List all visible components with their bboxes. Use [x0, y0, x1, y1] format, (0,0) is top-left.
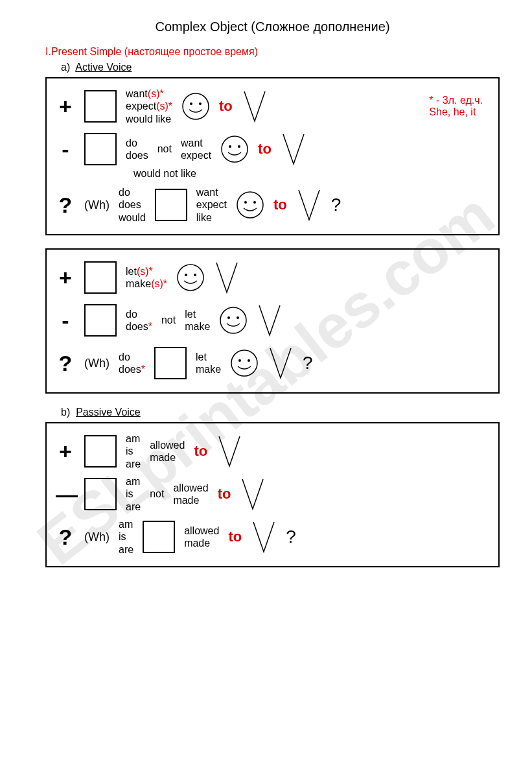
verb-stack: allowed made — [184, 525, 219, 549]
to-label: to — [194, 443, 207, 460]
box1-minus-row: - do does not want expect to — [56, 128, 489, 171]
question-mark: ? — [303, 353, 313, 373]
plus-sign: + — [56, 439, 75, 464]
square-box — [154, 347, 187, 379]
to-label: to — [228, 528, 242, 545]
svg-point-17 — [248, 359, 250, 362]
smiley-icon — [220, 135, 249, 163]
square-box — [155, 189, 187, 221]
box3-plus-row: + am is are allowed made to — [56, 430, 489, 473]
svg-point-2 — [199, 102, 202, 105]
aux-stack: do does would — [119, 186, 146, 224]
box1-plus-row: + want(s)* expect(s)* would like to * - … — [56, 85, 489, 128]
smiley-icon — [236, 191, 264, 219]
sub-b: b) Passive Voice — [61, 407, 500, 418]
svg-point-10 — [185, 274, 187, 276]
wh-label: (Wh) — [84, 530, 110, 544]
plus-sign: + — [56, 94, 75, 119]
plus-sign: + — [56, 265, 75, 290]
square-box — [84, 261, 117, 294]
aux-stack: do does* — [119, 351, 145, 375]
sub-a: a) Active Voice — [61, 62, 500, 73]
verb-stack: let make — [196, 351, 221, 375]
to-label: to — [219, 98, 233, 115]
box-active-2: + let(s)* make(s)* - do does* not — [45, 248, 500, 394]
section-heading: I.Present Simple (настоящее простое врем… — [45, 46, 500, 58]
box3-question-row: ? (Wh) am is are allowed made to ? — [56, 515, 489, 558]
v-icon — [251, 519, 277, 554]
smiley-icon — [230, 349, 259, 377]
to-label: to — [218, 486, 231, 503]
box2-minus-row: - do does* not let make — [56, 299, 489, 342]
smiley-icon — [181, 92, 210, 121]
v-icon — [268, 346, 294, 381]
v-icon — [281, 132, 306, 167]
square-box — [84, 304, 117, 337]
box2-plus-row: + let(s)* make(s)* — [56, 256, 489, 299]
footnote: * - 3л. ед.ч. She, he, it — [429, 95, 489, 118]
smiley-icon — [176, 263, 205, 292]
svg-point-11 — [194, 274, 196, 276]
v-icon — [216, 434, 242, 469]
page-title: Complex Object (Сложное дополнение) — [45, 19, 500, 34]
to-label: to — [258, 141, 272, 158]
svg-point-3 — [222, 136, 248, 162]
question-sign: ? — [56, 351, 75, 376]
svg-point-4 — [229, 145, 231, 148]
wh-label: (Wh) — [84, 198, 110, 212]
not-label: not — [161, 314, 176, 326]
smiley-icon — [219, 306, 248, 335]
square-box — [143, 521, 175, 553]
box-active-1: + want(s)* expect(s)* would like to * - … — [45, 77, 500, 235]
minus-sign: - — [56, 308, 75, 333]
minus-sign: - — [56, 137, 75, 162]
verb-stack: let(s)* make(s)* — [126, 265, 167, 290]
question-sign: ? — [56, 193, 75, 218]
be-stack: am is are — [126, 432, 141, 470]
svg-point-14 — [237, 316, 239, 319]
svg-point-6 — [237, 192, 263, 218]
wh-label: (Wh) — [84, 357, 110, 370]
question-sign: ? — [56, 525, 75, 550]
svg-point-9 — [178, 265, 203, 290]
aux-stack: do does — [126, 137, 148, 161]
svg-point-1 — [190, 102, 192, 105]
svg-point-12 — [220, 307, 246, 333]
question-mark: ? — [286, 527, 296, 547]
v-icon — [257, 303, 283, 338]
svg-point-5 — [238, 145, 240, 148]
svg-point-13 — [227, 316, 230, 319]
verb-stack: allowed made — [150, 439, 185, 464]
verb-stack: want expect like — [196, 186, 227, 224]
to-label: to — [273, 196, 287, 213]
verb-stack: let make — [185, 308, 210, 333]
svg-point-16 — [238, 359, 241, 362]
svg-point-7 — [244, 201, 247, 204]
v-icon — [214, 260, 240, 295]
box1-question-row: ? (Wh) do does would want expect like to — [56, 184, 489, 226]
box-passive: + am is are allowed made to — am is a — [45, 422, 500, 567]
verb-stack: want expect — [181, 137, 211, 161]
not-label: not — [157, 143, 172, 155]
verb-stack: allowed made — [173, 482, 208, 506]
would-not-like: would not like — [133, 168, 489, 180]
box3-minus-row: — am is are not allowed made to — [56, 473, 489, 515]
box2-question-row: ? (Wh) do does* let make ? — [56, 342, 489, 385]
square-box — [84, 90, 117, 123]
be-stack: am is are — [119, 518, 133, 556]
v-icon — [240, 477, 266, 512]
v-icon — [242, 89, 268, 124]
svg-point-15 — [231, 350, 257, 376]
v-icon — [296, 187, 322, 222]
svg-point-8 — [253, 201, 256, 204]
not-label: not — [150, 488, 164, 500]
svg-point-0 — [183, 93, 209, 119]
square-box — [84, 133, 117, 165]
be-stack: am is are — [126, 475, 141, 513]
question-mark: ? — [331, 195, 341, 215]
minus-sign: — — [56, 482, 75, 507]
aux-stack: do does* — [126, 308, 152, 333]
square-box — [84, 478, 117, 510]
verb-stack: want(s)* expect(s)* would like — [126, 88, 172, 125]
square-box — [84, 435, 117, 468]
